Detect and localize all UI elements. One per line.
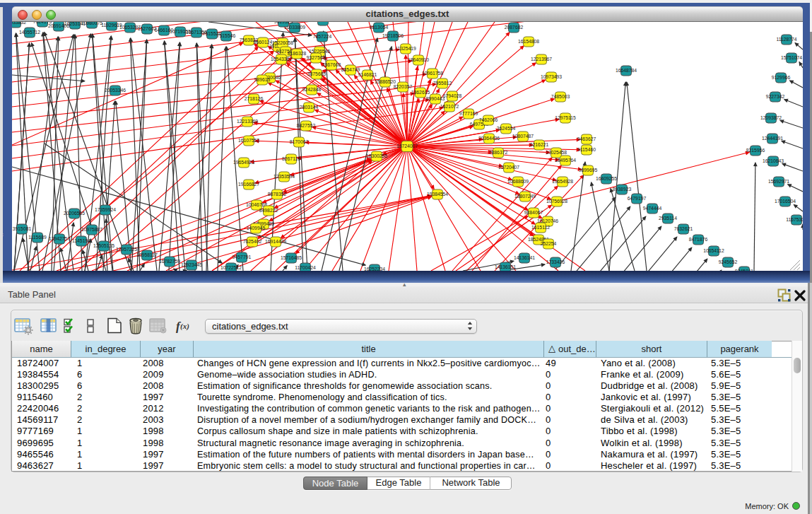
svg-text:10953547: 10953547	[312, 22, 334, 23]
svg-text:16782759: 16782759	[159, 259, 180, 264]
svg-text:8215956: 8215956	[746, 148, 765, 153]
svg-text:16543362: 16543362	[271, 57, 292, 62]
svg-text:7632621: 7632621	[674, 226, 693, 231]
svg-text:16648784: 16648784	[616, 68, 637, 73]
svg-text:3915081: 3915081	[13, 226, 32, 231]
svg-text:19654928: 19654928	[552, 179, 573, 184]
svg-text:15886520: 15886520	[375, 79, 396, 84]
svg-text:16409255: 16409255	[596, 176, 617, 181]
svg-text:7462066: 7462066	[479, 117, 498, 122]
svg-text:19166827: 19166827	[238, 182, 259, 187]
svg-text:9327508: 9327508	[307, 55, 326, 60]
svg-text:1409945: 1409945	[247, 226, 266, 230]
svg-text:19218506: 19218506	[382, 33, 404, 38]
svg-text:9146821: 9146821	[358, 72, 377, 77]
svg-text:15226058: 15226058	[272, 40, 293, 45]
svg-text:9474444: 9474444	[643, 206, 662, 211]
svg-text:15720407: 15720407	[498, 165, 519, 170]
svg-text:9245652: 9245652	[719, 259, 738, 264]
svg-text:9242848: 9242848	[302, 87, 322, 92]
svg-text:10961758: 10961758	[422, 71, 443, 76]
svg-text:10688609: 10688609	[507, 179, 529, 184]
svg-text:9463627: 9463627	[577, 136, 596, 141]
svg-text:12353594: 12353594	[273, 174, 295, 179]
svg-text:12975115: 12975115	[555, 115, 576, 120]
svg-text:10722512: 10722512	[220, 265, 242, 270]
svg-text:20364436: 20364436	[478, 136, 500, 141]
svg-text:252254: 252254	[541, 241, 557, 246]
svg-text:9457791: 9457791	[233, 255, 252, 259]
svg-text:10025458: 10025458	[546, 150, 567, 155]
svg-text:20053346: 20053346	[105, 88, 126, 93]
svg-text:18724007: 18724007	[396, 144, 418, 148]
svg-text:12213967: 12213967	[531, 57, 552, 62]
svg-text:17359924: 17359924	[95, 207, 116, 212]
svg-text:8498222: 8498222	[259, 208, 278, 213]
svg-text:10807487: 10807487	[512, 134, 534, 139]
svg-text:16210643: 16210643	[763, 158, 784, 163]
svg-text:17016504: 17016504	[775, 199, 796, 204]
svg-text:1527602: 1527602	[138, 26, 157, 31]
svg-text:10654112: 10654112	[703, 248, 724, 253]
svg-text:8186328: 8186328	[288, 51, 307, 56]
svg-text:1621072: 1621072	[440, 104, 459, 109]
svg-text:8990443: 8990443	[426, 96, 445, 101]
svg-text:10975887: 10975887	[81, 227, 102, 232]
svg-text:9115460: 9115460	[577, 147, 596, 152]
svg-text:14136151: 14136151	[495, 264, 516, 269]
svg-text:2867608: 2867608	[322, 62, 341, 67]
svg-text:6794028: 6794028	[443, 93, 462, 98]
svg-text:6479197: 6479197	[628, 196, 647, 201]
svg-text:9227342: 9227342	[766, 94, 785, 99]
svg-text:7485003: 7485003	[551, 94, 570, 99]
svg-text:9129966: 9129966	[772, 75, 791, 80]
svg-text:16107553: 16107553	[238, 138, 259, 143]
svg-text:1615112: 1615112	[531, 225, 550, 230]
svg-text:15692971: 15692971	[768, 179, 789, 184]
svg-text:2087682: 2087682	[505, 25, 524, 30]
svg-text:3875685: 3875685	[307, 71, 326, 76]
svg-text:1115689: 1115689	[28, 235, 47, 240]
svg-text:16252234: 16252234	[364, 267, 385, 271]
svg-text:18807249: 18807249	[514, 194, 536, 199]
svg-text:7515546: 7515546	[217, 33, 236, 38]
svg-text:11675305: 11675305	[786, 217, 803, 222]
svg-text:8267110: 8267110	[282, 156, 300, 161]
svg-text:1145194: 1145194	[72, 238, 90, 243]
svg-text:19384554: 19384554	[427, 192, 448, 197]
svg-text:7886372: 7886372	[489, 150, 508, 155]
svg-text:7857224: 7857224	[313, 34, 332, 39]
svg-text:10756928: 10756928	[546, 199, 567, 204]
svg-text:14055712: 14055712	[19, 30, 40, 35]
svg-text:9619323: 9619323	[274, 22, 293, 24]
svg-text:1733426: 1733426	[546, 259, 565, 264]
svg-text:8813054: 8813054	[370, 25, 389, 30]
svg-text:15716485: 15716485	[281, 255, 302, 260]
svg-text:12444191: 12444191	[762, 136, 783, 141]
svg-text:12213369: 12213369	[237, 119, 258, 124]
svg-text:989613: 989613	[254, 77, 271, 82]
svg-text:2718126: 2718126	[245, 96, 264, 101]
svg-text:15751074: 15751074	[781, 55, 802, 60]
svg-text:18033832: 18033832	[12, 22, 26, 25]
svg-text:3624554: 3624554	[497, 126, 516, 131]
svg-text:1362615: 1362615	[411, 90, 430, 95]
svg-text:10973493: 10973493	[541, 74, 562, 79]
svg-text:8220357: 8220357	[394, 84, 413, 89]
svg-text:12942757: 12942757	[49, 236, 70, 241]
svg-text:11325419: 11325419	[395, 46, 416, 51]
svg-text:16154808: 16154808	[518, 39, 539, 44]
svg-text:9884067: 9884067	[524, 210, 543, 215]
svg-text:11700424: 11700424	[295, 265, 316, 270]
svg-text:2803144: 2803144	[300, 105, 319, 110]
svg-text:6216221: 6216221	[530, 142, 549, 147]
svg-text:8170067: 8170067	[290, 139, 309, 144]
svg-text:8938923: 8938923	[613, 187, 632, 192]
svg-text:10958117: 10958117	[136, 252, 158, 257]
svg-text:7625402: 7625402	[243, 239, 262, 244]
svg-text:18640910: 18640910	[408, 57, 429, 62]
svg-text:12505135: 12505135	[93, 243, 114, 248]
svg-text:2935114: 2935114	[659, 216, 677, 221]
svg-text:14136141: 14136141	[514, 255, 535, 260]
svg-text:16914479: 16914479	[265, 239, 286, 244]
